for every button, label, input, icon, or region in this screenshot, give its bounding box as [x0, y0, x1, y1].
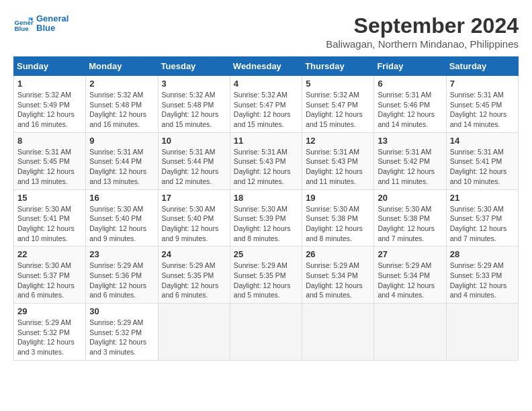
- day-info: Sunrise: 5:30 AMSunset: 5:37 PMDaylight:…: [450, 204, 515, 244]
- day-info: Sunrise: 5:30 AMSunset: 5:37 PMDaylight:…: [17, 261, 82, 300]
- day-info: Sunrise: 5:31 AMSunset: 5:42 PMDaylight:…: [378, 147, 442, 187]
- calendar-cell: 18Sunrise: 5:30 AMSunset: 5:39 PMDayligh…: [230, 189, 302, 246]
- day-number: 13: [378, 136, 442, 146]
- day-number: 19: [306, 193, 370, 203]
- calendar-cell: 26Sunrise: 5:29 AMSunset: 5:34 PMDayligh…: [302, 246, 374, 304]
- calendar-cell: 25Sunrise: 5:29 AMSunset: 5:35 PMDayligh…: [230, 246, 302, 304]
- calendar-header-row: Sunday Monday Tuesday Wednesday Thursday…: [14, 57, 519, 76]
- day-info: Sunrise: 5:29 AMSunset: 5:32 PMDaylight:…: [89, 318, 154, 357]
- day-info: Sunrise: 5:29 AMSunset: 5:32 PMDaylight:…: [17, 318, 82, 357]
- calendar-cell: 10Sunrise: 5:31 AMSunset: 5:44 PMDayligh…: [158, 132, 230, 189]
- day-info: Sunrise: 5:32 AMSunset: 5:49 PMDaylight:…: [17, 90, 82, 130]
- calendar-cell: 27Sunrise: 5:29 AMSunset: 5:34 PMDayligh…: [374, 246, 446, 304]
- day-info: Sunrise: 5:31 AMSunset: 5:44 PMDaylight:…: [162, 147, 226, 187]
- col-wednesday: Wednesday: [230, 57, 302, 76]
- col-sunday: Sunday: [14, 57, 86, 76]
- calendar-cell: 30Sunrise: 5:29 AMSunset: 5:32 PMDayligh…: [86, 304, 158, 361]
- calendar-cell: 19Sunrise: 5:30 AMSunset: 5:38 PMDayligh…: [302, 189, 374, 246]
- calendar-cell: [302, 304, 374, 361]
- calendar-cell: 3Sunrise: 5:32 AMSunset: 5:48 PMDaylight…: [158, 76, 230, 133]
- day-number: 3: [162, 79, 226, 89]
- day-number: 24: [162, 249, 226, 259]
- calendar-cell: [158, 304, 230, 361]
- day-info: Sunrise: 5:32 AMSunset: 5:47 PMDaylight:…: [234, 90, 298, 130]
- calendar-cell: 23Sunrise: 5:29 AMSunset: 5:36 PMDayligh…: [86, 246, 158, 304]
- day-number: 30: [89, 306, 154, 316]
- location-subtitle: Baliwagan, Northern Mindanao, Philippine…: [326, 38, 519, 50]
- day-number: 6: [378, 79, 442, 89]
- calendar-week-row: 22Sunrise: 5:30 AMSunset: 5:37 PMDayligh…: [14, 246, 519, 304]
- calendar-cell: 22Sunrise: 5:30 AMSunset: 5:37 PMDayligh…: [14, 246, 86, 304]
- col-thursday: Thursday: [302, 57, 374, 76]
- col-friday: Friday: [374, 57, 446, 76]
- day-info: Sunrise: 5:29 AMSunset: 5:34 PMDaylight:…: [378, 261, 442, 300]
- day-info: Sunrise: 5:30 AMSunset: 5:41 PMDaylight:…: [17, 204, 82, 244]
- day-info: Sunrise: 5:30 AMSunset: 5:40 PMDaylight:…: [162, 204, 226, 244]
- logo-text: General Blue: [36, 14, 69, 34]
- calendar-cell: 8Sunrise: 5:31 AMSunset: 5:45 PMDaylight…: [14, 132, 86, 189]
- col-tuesday: Tuesday: [158, 57, 230, 76]
- calendar-cell: 1Sunrise: 5:32 AMSunset: 5:49 PMDaylight…: [14, 76, 86, 133]
- day-info: Sunrise: 5:29 AMSunset: 5:35 PMDaylight:…: [234, 261, 298, 300]
- day-info: Sunrise: 5:31 AMSunset: 5:46 PMDaylight:…: [378, 90, 442, 130]
- calendar-cell: 24Sunrise: 5:29 AMSunset: 5:35 PMDayligh…: [158, 246, 230, 304]
- day-info: Sunrise: 5:29 AMSunset: 5:33 PMDaylight:…: [450, 261, 515, 300]
- calendar-week-row: 1Sunrise: 5:32 AMSunset: 5:49 PMDaylight…: [14, 76, 519, 133]
- calendar-cell: 7Sunrise: 5:31 AMSunset: 5:45 PMDaylight…: [446, 76, 518, 133]
- calendar-week-row: 15Sunrise: 5:30 AMSunset: 5:41 PMDayligh…: [14, 189, 519, 246]
- day-number: 9: [89, 136, 154, 146]
- day-number: 16: [89, 193, 154, 203]
- day-info: Sunrise: 5:29 AMSunset: 5:36 PMDaylight:…: [89, 261, 154, 300]
- day-number: 10: [162, 136, 226, 146]
- day-info: Sunrise: 5:32 AMSunset: 5:47 PMDaylight:…: [306, 90, 370, 130]
- calendar-cell: 15Sunrise: 5:30 AMSunset: 5:41 PMDayligh…: [14, 189, 86, 246]
- calendar-cell: 13Sunrise: 5:31 AMSunset: 5:42 PMDayligh…: [374, 132, 446, 189]
- calendar-cell: [230, 304, 302, 361]
- logo-icon: General Blue: [13, 13, 34, 34]
- month-title: September 2024: [326, 13, 519, 38]
- day-number: 18: [234, 193, 298, 203]
- calendar-cell: 29Sunrise: 5:29 AMSunset: 5:32 PMDayligh…: [14, 304, 86, 361]
- day-number: 28: [450, 249, 515, 259]
- calendar-cell: 11Sunrise: 5:31 AMSunset: 5:43 PMDayligh…: [230, 132, 302, 189]
- day-number: 4: [234, 79, 298, 89]
- calendar-cell: 17Sunrise: 5:30 AMSunset: 5:40 PMDayligh…: [158, 189, 230, 246]
- logo: General Blue General Blue: [13, 13, 69, 34]
- col-saturday: Saturday: [446, 57, 518, 76]
- day-number: 1: [17, 79, 82, 89]
- day-info: Sunrise: 5:29 AMSunset: 5:35 PMDaylight:…: [162, 261, 226, 300]
- day-number: 11: [234, 136, 298, 146]
- day-number: 21: [450, 193, 515, 203]
- calendar-cell: [446, 304, 518, 361]
- svg-text:Blue: Blue: [15, 25, 30, 32]
- day-info: Sunrise: 5:31 AMSunset: 5:43 PMDaylight:…: [306, 147, 370, 187]
- day-info: Sunrise: 5:32 AMSunset: 5:48 PMDaylight:…: [89, 90, 154, 130]
- day-info: Sunrise: 5:32 AMSunset: 5:48 PMDaylight:…: [162, 90, 226, 130]
- calendar-week-row: 8Sunrise: 5:31 AMSunset: 5:45 PMDaylight…: [14, 132, 519, 189]
- day-number: 26: [306, 249, 370, 259]
- day-info: Sunrise: 5:30 AMSunset: 5:38 PMDaylight:…: [378, 204, 442, 244]
- day-number: 25: [234, 249, 298, 259]
- day-number: 23: [89, 249, 154, 259]
- col-monday: Monday: [86, 57, 158, 76]
- calendar-cell: 28Sunrise: 5:29 AMSunset: 5:33 PMDayligh…: [446, 246, 518, 304]
- day-info: Sunrise: 5:30 AMSunset: 5:38 PMDaylight:…: [306, 204, 370, 244]
- day-number: 2: [89, 79, 154, 89]
- day-number: 8: [17, 136, 82, 146]
- day-info: Sunrise: 5:31 AMSunset: 5:44 PMDaylight:…: [89, 147, 154, 187]
- calendar-cell: 2Sunrise: 5:32 AMSunset: 5:48 PMDaylight…: [86, 76, 158, 133]
- calendar-cell: 6Sunrise: 5:31 AMSunset: 5:46 PMDaylight…: [374, 76, 446, 133]
- day-number: 27: [378, 249, 442, 259]
- page-header: General Blue General Blue September 2024…: [13, 13, 519, 50]
- day-info: Sunrise: 5:31 AMSunset: 5:43 PMDaylight:…: [234, 147, 298, 187]
- day-number: 7: [450, 79, 515, 89]
- day-info: Sunrise: 5:30 AMSunset: 5:40 PMDaylight:…: [89, 204, 154, 244]
- day-number: 22: [17, 249, 82, 259]
- calendar-cell: 9Sunrise: 5:31 AMSunset: 5:44 PMDaylight…: [86, 132, 158, 189]
- calendar-cell: 20Sunrise: 5:30 AMSunset: 5:38 PMDayligh…: [374, 189, 446, 246]
- day-info: Sunrise: 5:29 AMSunset: 5:34 PMDaylight:…: [306, 261, 370, 300]
- day-number: 20: [378, 193, 442, 203]
- day-number: 14: [450, 136, 515, 146]
- calendar-cell: 5Sunrise: 5:32 AMSunset: 5:47 PMDaylight…: [302, 76, 374, 133]
- calendar-cell: 16Sunrise: 5:30 AMSunset: 5:40 PMDayligh…: [86, 189, 158, 246]
